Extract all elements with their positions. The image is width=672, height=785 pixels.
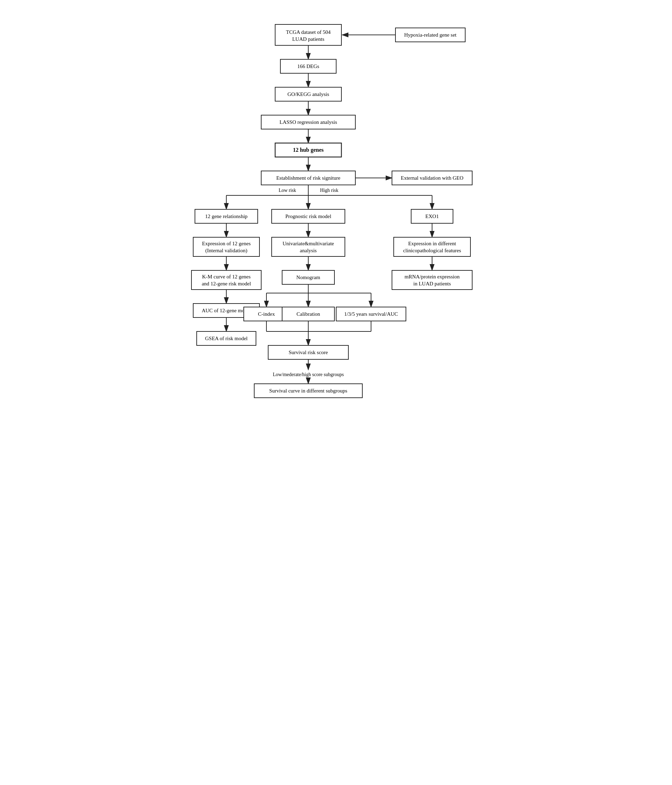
low-risk-label: Low risk [278, 188, 296, 193]
prog-risk-label: Prognostic risk model [285, 214, 331, 219]
svg-rect-2 [275, 24, 341, 45]
tcga-label: TCGA dataset of 504 [286, 29, 331, 35]
surv-risk-label: Survival risk score [288, 350, 328, 355]
svg-rect-26 [192, 271, 261, 289]
km-label: K-M curve of 12 genes [202, 274, 250, 280]
expr12-label2: (Internal validation) [205, 248, 247, 253]
svg-rect-57 [392, 271, 472, 289]
uni-multi-label2: analysis [299, 248, 316, 253]
svg-rect-33 [272, 237, 345, 256]
expr-clinico-label2: clinicopathological features [403, 248, 461, 253]
high-risk-label: High risk [320, 188, 338, 193]
surv-curve-label: Survival curve in different subgroups [269, 388, 347, 394]
nomogram-label: Nomogram [296, 275, 320, 280]
mrna-label2: in LUAD patients [413, 281, 451, 286]
lasso-label: LASSO regression analysis [279, 119, 337, 125]
flowchart-svg: TCGA dataset of 504 LUAD patients Hypoxi… [186, 14, 486, 774]
flowchart-diagram: TCGA dataset of 504 LUAD patients Hypoxi… [186, 7, 486, 782]
gene-rel-label: 12 gene relationship [205, 214, 248, 219]
surv-auc-label: 1/3/5 years survival/AUC [344, 311, 398, 317]
hub-genes-label: 12 hub genes [293, 147, 323, 153]
risk-sig-label: Establishment of risk signiture [276, 175, 340, 181]
degs-label: 166 DEGs [297, 64, 319, 69]
tcga-label2: LUAD patients [292, 36, 324, 42]
gsea-label: GSEA of risk model [205, 336, 247, 341]
hypoxia-label: Hypoxia-related gene set [404, 32, 457, 38]
ext-val-label: External validation with GEO [401, 175, 463, 181]
calibration-label: Calibration [296, 311, 320, 317]
expr12-label: Expression of 12 genes [202, 241, 251, 246]
expr-clinico-label: Expression in different [408, 241, 456, 246]
uni-multi-label: Univariate&multivariate [282, 241, 334, 246]
subgroups-label: Low/mederate/high score subgroups [273, 372, 344, 377]
svg-rect-24 [193, 237, 259, 256]
svg-rect-55 [394, 237, 471, 256]
mrna-label: mRNA/protein expression [405, 274, 460, 280]
km-label2: and 12-gene risk model [201, 281, 251, 286]
gokegg-label: GO/KEGG analysis [287, 91, 329, 97]
c-index-label: C-index [258, 311, 275, 317]
exo1-label: EXO1 [425, 214, 438, 219]
